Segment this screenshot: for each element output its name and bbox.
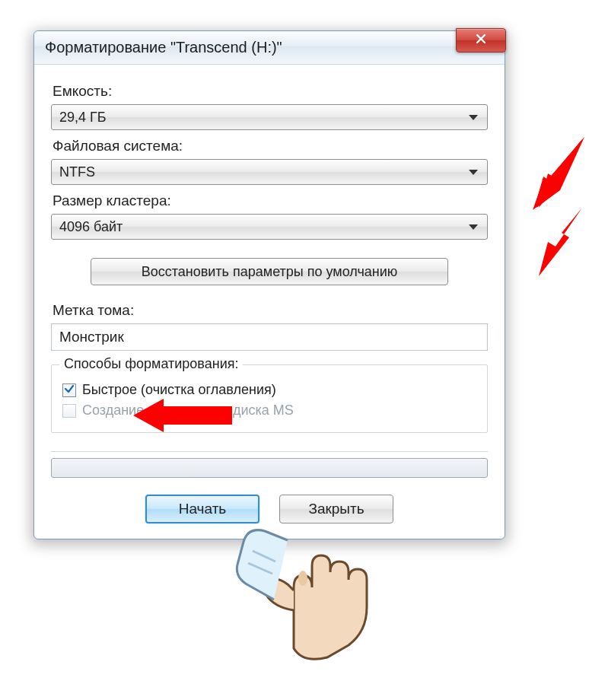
format-options-group: Способы форматирования: Быстрое (очистка…	[51, 364, 488, 433]
dialog-window: Форматирование "Transcend (H:)" Емкость:…	[33, 30, 505, 539]
svg-marker-3	[539, 208, 582, 276]
arrow-annotation-icon	[502, 135, 586, 212]
cluster-label: Размер кластера:	[53, 192, 488, 209]
bootable-checkbox	[62, 404, 76, 418]
group-title: Способы форматирования:	[59, 356, 243, 372]
start-button[interactable]: Начать	[145, 495, 259, 523]
button-row: Начать Закрыть	[51, 495, 488, 523]
bootable-label: Создание загрузочного диска MS	[82, 402, 294, 418]
filesystem-value: NTFS	[59, 164, 469, 180]
quick-format-row: Быстрое (очистка оглавления)	[62, 382, 476, 398]
filesystem-label: Файловая система:	[53, 138, 488, 154]
quick-format-label: Быстрое (очистка оглавления)	[82, 382, 276, 398]
volume-value: Монстрик	[59, 329, 124, 345]
close-button[interactable]: Закрыть	[279, 495, 393, 523]
chevron-down-icon	[469, 224, 478, 230]
quick-format-checkbox[interactable]	[62, 383, 76, 397]
volume-label-input[interactable]: Монстрик	[51, 323, 488, 351]
progress-bar	[51, 458, 488, 478]
checkmark-icon	[64, 382, 75, 398]
close-window-button[interactable]	[456, 28, 506, 52]
bootable-row: Создание загрузочного диска MS	[62, 402, 476, 418]
arrow-annotation-icon	[502, 204, 586, 280]
window-title: Форматирование "Transcend (H:)"	[45, 39, 282, 56]
restore-defaults-button[interactable]: Восстановить параметры по умолчанию	[91, 258, 448, 285]
svg-marker-0	[534, 137, 584, 208]
cluster-select[interactable]: 4096 байт	[51, 214, 488, 240]
dialog-content: Емкость: 29,4 ГБ Файловая система: NTFS …	[34, 65, 505, 539]
capacity-select[interactable]: 29,4 ГБ	[51, 104, 488, 130]
volume-label: Метка тома:	[53, 302, 488, 319]
filesystem-select[interactable]: NTFS	[51, 159, 488, 185]
svg-marker-2	[539, 139, 582, 208]
separator	[51, 451, 488, 452]
chevron-down-icon	[469, 170, 478, 175]
cluster-value: 4096 байт	[59, 219, 469, 235]
chevron-down-icon	[469, 115, 478, 120]
svg-marker-1	[533, 137, 584, 210]
svg-point-5	[298, 571, 307, 586]
capacity-value: 29,4 ГБ	[59, 110, 469, 126]
close-icon	[475, 33, 487, 49]
titlebar: Форматирование "Transcend (H:)"	[34, 31, 505, 65]
capacity-label: Емкость:	[53, 83, 488, 100]
